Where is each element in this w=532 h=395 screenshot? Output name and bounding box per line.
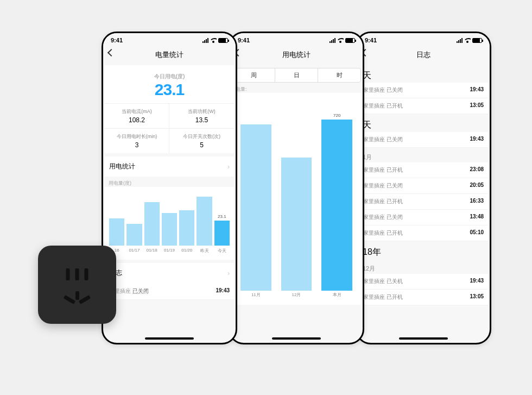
titlebar: 日志 [357, 45, 490, 65]
log-item[interactable]: 家里插座 已开机 23:08 [359, 162, 488, 178]
page-title: 日志 [416, 50, 430, 60]
log-item[interactable]: 家里插座 已关闭 20:05 [359, 178, 488, 194]
battery-icon [472, 38, 482, 43]
log-time: 05:10 [470, 229, 484, 237]
stat-label: 今日用电时长(min) [105, 133, 169, 140]
titlebar: 用电统计 [230, 45, 363, 65]
stat-value: 3 [105, 141, 169, 149]
daily-chart: 23.1 1601/1701/1801/1901/20昨天今天 [105, 187, 234, 260]
log-text: 家里插座 已关机 [363, 278, 403, 285]
stat-cell: 今日用电时长(min) 3 [105, 128, 169, 153]
chart-bar[interactable] [162, 213, 177, 246]
chart-bar[interactable]: 23.1 [214, 221, 230, 246]
smart-plug-icon [38, 246, 116, 324]
today-usage-label: 今日用电(度) [105, 65, 234, 80]
log-time: 16:33 [470, 198, 484, 205]
log-text: 家里插座 已关闭 [363, 136, 403, 143]
log-row[interactable]: 日志 › [105, 263, 234, 283]
home-indicator[interactable] [145, 337, 194, 340]
log-time: 19:43 [470, 86, 484, 94]
chart-bar[interactable] [126, 224, 142, 246]
log-time: 19:43 [470, 278, 484, 285]
x-axis-label: 01/18 [144, 248, 160, 254]
status-bar: 9:41 [357, 33, 490, 45]
back-icon[interactable] [107, 49, 115, 57]
signal-icon [202, 38, 208, 43]
log-item[interactable]: 家里插座 已开机 13:05 [359, 290, 488, 305]
log-item[interactable]: 家里插座 已关闭 13:48 [359, 210, 488, 225]
bar-value-label: 720 [333, 113, 340, 118]
log-text: 家里插座 已关闭 [363, 182, 403, 190]
wifi-icon [210, 38, 217, 43]
log-item[interactable]: 家里插座 已关闭 19:43 [359, 132, 488, 148]
log-time: 19:43 [216, 287, 230, 295]
x-axis-label: 本月 [321, 292, 352, 298]
log-group-header: 1月 [357, 148, 490, 162]
stat-cell: 今日开关次数(次) 5 [169, 128, 234, 153]
segment-day[interactable]: 日 [275, 68, 318, 82]
chart-bar[interactable] [144, 202, 160, 246]
x-axis-label: 昨天 [197, 248, 212, 254]
x-axis-label: 01/20 [179, 248, 194, 254]
log-text: 家里插座 已开机 [363, 102, 403, 110]
log-time: 20:05 [470, 182, 484, 190]
signal-icon [330, 38, 335, 43]
log-list: 家里插座 已关闭 19:43 [359, 132, 488, 148]
log-item[interactable]: 家里插座 已关机 19:43 [359, 274, 488, 290]
log-time: 13:05 [470, 293, 484, 301]
phone-power-stats: 9:41 电量统计 今日用电(度) 23.1 当前电流(mA) 108.2当前功… [102, 32, 237, 344]
log-item[interactable]: 家里插座 已开机 13:05 [359, 98, 488, 114]
signal-icon [457, 38, 463, 43]
status-bar: 9:41 [103, 33, 236, 45]
chart-bar[interactable] [240, 124, 271, 291]
status-icons [202, 38, 228, 43]
log-list: 家里插座 已开机 23:08家里插座 已关闭 20:05家里插座 已开机 16:… [359, 162, 488, 241]
stat-value: 13.5 [169, 116, 234, 124]
chevron-right-icon: › [227, 269, 230, 277]
status-bar: 9:41 [230, 33, 363, 45]
home-indicator[interactable] [272, 337, 321, 340]
log-group-header: 18年 [357, 241, 490, 259]
chevron-right-icon: › [227, 163, 230, 171]
log-group-header: 天 [357, 65, 490, 83]
today-usage-card: 今日用电(度) 23.1 [105, 65, 234, 103]
x-axis-label: 01/17 [126, 248, 142, 254]
log-text: 家里插座 已开机 [363, 229, 403, 237]
log-state: 已关闭 [132, 288, 149, 294]
bar-value-label: 23.1 [218, 214, 226, 219]
log-text: 家里插座 已开机 [363, 166, 403, 174]
stat-label: 当前功耗(W) [169, 108, 234, 115]
stat-label: 今日开关次数(次) [169, 133, 234, 140]
log-preview[interactable]: 家里插座 已关闭 19:43 [105, 283, 234, 300]
chart-bar[interactable] [197, 197, 212, 246]
log-time: 13:05 [470, 102, 484, 110]
status-time: 9:41 [111, 37, 123, 43]
status-time: 9:41 [365, 37, 377, 43]
log-text: 家里插座 已关闭 [363, 214, 403, 221]
log-item[interactable]: 家里插座 已关闭 19:43 [359, 83, 488, 98]
chart-bar[interactable] [179, 210, 194, 246]
time-range-segments[interactable]: 周 日 时 [232, 68, 361, 83]
wifi-icon [337, 38, 344, 43]
x-axis-label: 01/19 [162, 248, 177, 254]
usage-stats-row[interactable]: 用电统计 › [105, 156, 234, 177]
segment-hour[interactable]: 时 [318, 68, 360, 82]
log-item[interactable]: 家里插座 已开机 05:10 [359, 225, 488, 241]
segment-week[interactable]: 周 [232, 68, 275, 82]
chart-bar[interactable] [281, 158, 312, 291]
stat-label: 当前电流(mA) [105, 108, 169, 115]
chart-bar[interactable] [109, 218, 124, 246]
wifi-icon [464, 38, 471, 43]
x-axis-label: 12月 [281, 292, 312, 298]
chart-bar[interactable]: 720 [321, 120, 352, 291]
x-axis-label: 11月 [240, 292, 271, 298]
log-group-header: 12月 [357, 259, 490, 274]
log-item[interactable]: 家里插座 已开机 16:33 [359, 194, 488, 210]
titlebar: 电量统计 [103, 45, 236, 65]
home-indicator[interactable] [399, 337, 448, 340]
log-text: 家里插座 已开机 [363, 198, 403, 205]
stat-value: 108.2 [105, 116, 169, 124]
status-time: 9:41 [238, 37, 250, 43]
log-time: 19:43 [470, 136, 484, 143]
log-text: 家里插座 已关闭 [363, 86, 403, 94]
